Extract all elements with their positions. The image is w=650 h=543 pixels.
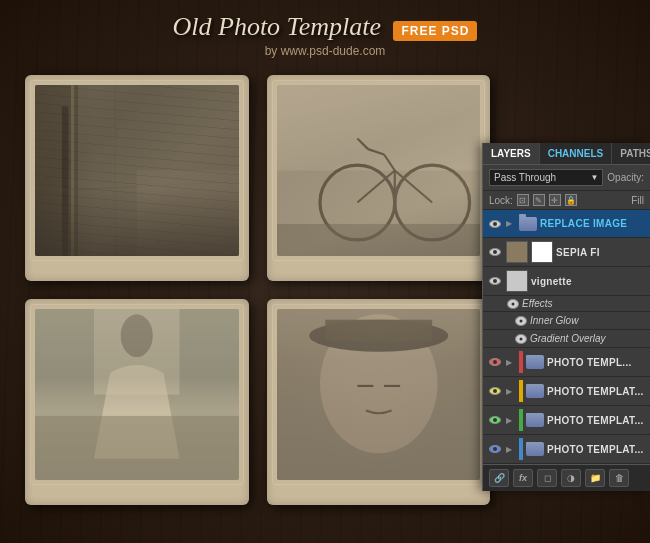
inner-glow-label: Inner Glow [530, 315, 578, 326]
layer-thumb-sepia [506, 241, 528, 263]
color-bar-yellow [519, 380, 523, 402]
eye-icon-photo2 [489, 387, 501, 395]
layer-name-vignette: vignette [531, 276, 646, 287]
blend-mode-select[interactable]: Pass Through ▼ [489, 169, 603, 186]
opacity-label: Opacity: [607, 172, 644, 183]
photo-image-4 [277, 309, 481, 480]
header: Old Photo Template FREE PSD by www.psd-d… [0, 12, 650, 58]
svg-rect-6 [137, 171, 239, 257]
tab-paths[interactable]: PATHS [612, 143, 650, 164]
layer-expand-photo1[interactable]: ▶ [506, 358, 516, 367]
eye-icon-photo1 [489, 358, 501, 366]
lock-row: Lock: ⊡ ✎ ✛ 🔒 Fill [483, 191, 650, 210]
layer-photo1[interactable]: ▶ PHOTO TEMPL... [483, 348, 650, 377]
effects-eye-icon[interactable] [507, 299, 519, 309]
folder-icon-photo4 [526, 442, 544, 456]
svg-rect-25 [325, 320, 432, 341]
color-bar-red [519, 351, 523, 373]
eye-icon-photo4 [489, 445, 501, 453]
tab-layers[interactable]: LAYERS [483, 143, 540, 164]
layer-visibility-vignette[interactable] [487, 274, 503, 288]
lock-transparent-icon[interactable]: ⊡ [517, 194, 529, 206]
photo-frame-3 [25, 299, 249, 505]
lock-position-icon[interactable]: ✛ [549, 194, 561, 206]
ps-toolbar: 🔗 fx ◻ ◑ 📁 🗑 [483, 464, 650, 491]
layer-visibility-photo2[interactable] [487, 384, 503, 398]
color-bar-blue [519, 438, 523, 460]
ps-panel: LAYERS CHANNELS PATHS Pass Through ▼ Opa… [482, 143, 650, 491]
layer-expand-photo3[interactable]: ▶ [506, 416, 516, 425]
layer-visibility-photo3[interactable] [487, 413, 503, 427]
layer-expand-replace[interactable]: ▶ [506, 219, 516, 228]
folder-icon-photo2 [526, 384, 544, 398]
photo-frame-1 [25, 75, 249, 281]
svg-rect-21 [35, 416, 239, 480]
lock-label: Lock: [489, 195, 513, 206]
mask-button[interactable]: ◻ [537, 469, 557, 487]
layer-name-photo1: PHOTO TEMPL... [547, 357, 646, 368]
svg-rect-8 [277, 85, 481, 171]
layer-name-photo3: PHOTO TEMPLAT... [547, 415, 646, 426]
photo-image-1 [35, 85, 239, 256]
folder-button[interactable]: 📁 [585, 469, 605, 487]
photo-frame-2 [267, 75, 491, 281]
layer-name-photo4: PHOTO TEMPLAT... [547, 444, 646, 455]
photo-image-3 [35, 309, 239, 480]
effect-gradient-overlay[interactable]: Gradient Overlay [483, 330, 650, 348]
layer-visibility-photo1[interactable] [487, 355, 503, 369]
layer-replace-image[interactable]: ▶ REPLACE IMAGE [483, 210, 650, 238]
folder-icon-photo3 [526, 413, 544, 427]
layer-expand-photo4[interactable]: ▶ [506, 445, 516, 454]
eye-icon [489, 220, 501, 228]
svg-rect-4 [62, 106, 68, 256]
tab-channels[interactable]: CHANNELS [540, 143, 613, 164]
effects-label: Effects [522, 298, 553, 309]
header-subtitle: by www.psd-dude.com [0, 44, 650, 58]
page-title: Old Photo Template [173, 12, 381, 41]
photo-frame-4 [267, 299, 491, 505]
fx-button[interactable]: fx [513, 469, 533, 487]
layer-sepia[interactable]: SEPIA FI [483, 238, 650, 267]
layer-vignette[interactable]: vignette [483, 267, 650, 296]
layer-expand-photo2[interactable]: ▶ [506, 387, 516, 396]
color-bar-green [519, 409, 523, 431]
fill-label: Fill [631, 195, 644, 206]
eye-icon-photo3 [489, 416, 501, 424]
svg-point-20 [121, 314, 153, 357]
photos-grid [25, 75, 490, 505]
folder-icon-replace [519, 217, 537, 231]
layer-name-sepia: SEPIA FI [556, 247, 646, 258]
layer-photo2[interactable]: ▶ PHOTO TEMPLAT... [483, 377, 650, 406]
photo-image-2 [277, 85, 481, 256]
free-badge: FREE PSD [393, 21, 477, 41]
gradient-overlay-label: Gradient Overlay [530, 333, 606, 344]
layer-photo3[interactable]: ▶ PHOTO TEMPLAT... [483, 406, 650, 435]
layer-visibility-sepia[interactable] [487, 245, 503, 259]
layer-photo4[interactable]: ▶ PHOTO TEMPLAT... [483, 435, 650, 464]
layer-thumb-vignette [506, 270, 528, 292]
gradient-overlay-eye-icon[interactable] [515, 334, 527, 344]
effects-row: Effects [483, 296, 650, 312]
layer-name-replace: REPLACE IMAGE [540, 218, 646, 229]
link-button[interactable]: 🔗 [489, 469, 509, 487]
trash-button[interactable]: 🗑 [609, 469, 629, 487]
eye-icon-vignette [489, 277, 501, 285]
ps-tabs: LAYERS CHANNELS PATHS [483, 143, 650, 165]
layer-mask-sepia [531, 241, 553, 263]
layer-visibility-replace[interactable] [487, 217, 503, 231]
effect-inner-glow[interactable]: Inner Glow [483, 312, 650, 330]
lock-image-icon[interactable]: ✎ [533, 194, 545, 206]
adjustment-button[interactable]: ◑ [561, 469, 581, 487]
blend-mode-row: Pass Through ▼ Opacity: [483, 165, 650, 191]
svg-rect-17 [277, 224, 481, 256]
lock-all-icon[interactable]: 🔒 [565, 194, 577, 206]
layer-name-photo2: PHOTO TEMPLAT... [547, 386, 646, 397]
inner-glow-eye-icon[interactable] [515, 316, 527, 326]
layer-visibility-photo4[interactable] [487, 442, 503, 456]
folder-icon-photo1 [526, 355, 544, 369]
eye-icon-sepia [489, 248, 501, 256]
